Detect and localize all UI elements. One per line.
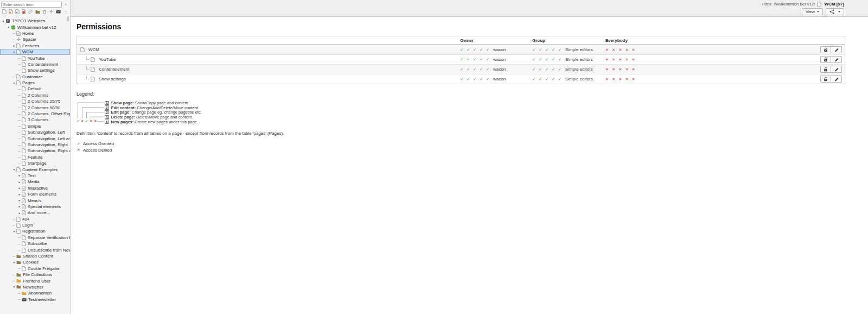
chevron-right-icon[interactable]: ▸ [17, 180, 22, 184]
view-button[interactable]: View [802, 8, 823, 15]
tree-item-text[interactable]: ▸Text [0, 173, 70, 179]
tree-item-testnewsletter[interactable]: Testnewsletter [0, 297, 70, 303]
recycler-toolbar-button[interactable] [22, 9, 26, 14]
collapse-tree-icon[interactable]: ‹ [63, 2, 69, 8]
table-header-row: Owner Group Everybody [77, 36, 845, 45]
toggle-edit-lock-button[interactable] [820, 76, 831, 83]
tree-item-label: Frontend User [23, 279, 50, 284]
tree-item-label: Registration [22, 229, 46, 234]
page-content-icon [22, 173, 26, 178]
view-button-label: View [806, 9, 815, 14]
chevron-down-icon[interactable]: ▾ [7, 26, 11, 29]
tree-item-subnavigation-left-and-2-colu[interactable]: Subnavigation, Left and 2 Colu [0, 135, 70, 141]
tree-item-2-columns-50-50[interactable]: 2 Columns 50/50 [0, 104, 70, 110]
trash-toolbar-button[interactable] [42, 9, 47, 14]
tree-item-wcm[interactable]: ▾WCM [0, 49, 70, 55]
tree-item-pages[interactable]: ▾Pages [0, 80, 70, 86]
edit-permissions-button[interactable] [831, 66, 842, 73]
toggle-edit-lock-button[interactable] [820, 66, 831, 73]
link-toolbar-button[interactable] [28, 9, 33, 14]
search-input[interactable] [1, 2, 62, 8]
tree-item-2-columns-offset-right[interactable]: 2 Columns, Offset Right [0, 111, 70, 117]
more-vertical-icon[interactable]: ⋮ [63, 10, 68, 14]
tree-item-home[interactable]: Home [0, 30, 70, 36]
tree-item-special-elements[interactable]: ▸Special elements [0, 204, 70, 210]
folder-icon [16, 254, 21, 259]
page-user-toolbar-button[interactable] [9, 9, 13, 14]
tree-item-file-collections[interactable]: File Collections [0, 272, 70, 278]
tree-item-abonnenten[interactable]: Abonnenten [0, 290, 70, 296]
folder-toolbar-button[interactable] [35, 10, 40, 14]
chevron-right-icon[interactable]: ▸ [17, 205, 22, 208]
tree-item-customize[interactable]: Customize [0, 74, 70, 80]
tree-item-subnavigation-right[interactable]: Subnavigation, Right [0, 142, 70, 148]
tree-item-default[interactable]: Default [0, 86, 70, 92]
tree-item-404[interactable]: 404 [0, 216, 70, 222]
chevron-right-icon[interactable]: ▸ [17, 211, 22, 215]
edit-permissions-button[interactable] [831, 46, 842, 53]
chevron-down-icon[interactable]: ▾ [12, 285, 16, 288]
chevron-right-icon[interactable]: ▸ [17, 174, 22, 177]
tree-item-shared-content[interactable]: Shared Content [0, 253, 70, 259]
owner-permissions: ✓ ✓ ✓ ✓ ✓ [460, 77, 490, 81]
chevron-down-icon[interactable]: ▾ [12, 230, 16, 233]
tree-item-label: Newsletter [23, 285, 43, 290]
tree-item-and-more[interactable]: ▸And more... [0, 210, 70, 216]
tree-item-3-columns[interactable]: 3 Columns [0, 117, 70, 123]
tree-item-spacer[interactable]: Spacer [0, 36, 70, 42]
tree-item-menu-s[interactable]: ▸Menu's [0, 197, 70, 203]
chevron-down-icon[interactable]: ▾ [1, 20, 5, 23]
chevron-right-icon[interactable]: ▸ [17, 193, 22, 196]
tree-item-newsletter[interactable]: ▾Newsletter [0, 284, 70, 290]
tree-item-cookies[interactable]: ▾Cookies [0, 259, 70, 265]
chevron-right-icon[interactable]: ▸ [17, 199, 22, 202]
tree-item-interactive[interactable]: ▸Interactive [0, 185, 70, 191]
tree-item-registration[interactable]: ▾Registration [0, 228, 70, 234]
tree-item-startpage[interactable]: Startpage [0, 160, 70, 166]
chevron-down-icon[interactable]: ▾ [12, 51, 16, 54]
tree-item-frontend-user[interactable]: Frontend User [0, 278, 70, 284]
divider-toolbar-button[interactable] [49, 9, 54, 14]
group-name: Simple editors [565, 67, 593, 72]
toggle-edit-lock-button[interactable] [820, 46, 831, 53]
chevron-right-icon[interactable]: ▸ [17, 186, 22, 190]
tree-item-feature[interactable]: Feature [0, 154, 70, 160]
tree-item-media[interactable]: ▸Media [0, 179, 70, 185]
tree-item-subnavigation-left[interactable]: Subnavigation, Left [0, 129, 70, 135]
mail-toolbar-button[interactable] [56, 10, 61, 14]
tree-item-youtube[interactable]: YouTube [0, 55, 70, 61]
page-icon [80, 47, 85, 52]
tree-item-contentelement[interactable]: Contentelement [0, 61, 70, 67]
chevron-down-icon[interactable]: ▾ [12, 261, 16, 264]
edit-permissions-button[interactable] [831, 56, 842, 63]
tree-item-2-columns[interactable]: 2 Columns [0, 92, 70, 98]
tree-item-subnavigation-right-and-2-co[interactable]: Subnavigation, Right and 2 Co [0, 148, 70, 154]
tree-scrollbar[interactable] [67, 16, 69, 21]
tree-item-show-settings[interactable]: Show settings [0, 67, 70, 73]
tree-item-form-elements[interactable]: ▸Form elements [0, 191, 70, 197]
tree-item-login[interactable]: Login [0, 222, 70, 228]
toggle-edit-lock-button[interactable] [820, 56, 831, 63]
tree-item-features[interactable]: ▸Features [0, 43, 70, 49]
page-module-toolbar-button[interactable] [15, 9, 20, 14]
tree-item-unsubscribe-from-newsletter[interactable]: Unsubscribe from Newsletter [0, 247, 70, 253]
tree-item-simple[interactable]: Simple [0, 123, 70, 129]
tree-item-label: Content Examples [22, 167, 58, 172]
tree-item-willkommen-bei-v12[interactable]: ▾Willkommen bei v12 [0, 24, 70, 30]
tree-item-subscribe[interactable]: Subscribe [0, 241, 70, 247]
tree-item-2-columns-25-75[interactable]: 2 Columns 25/75 [0, 98, 70, 104]
chevron-down-icon[interactable]: ▾ [12, 81, 16, 85]
tree-item-content-examples[interactable]: ▾Content Examples [0, 166, 70, 172]
chevron-down-icon[interactable]: ▾ [12, 168, 16, 171]
tree-item-typo3-websites[interactable]: ▾TYPO3 Websites [0, 18, 70, 24]
edit-permissions-button[interactable] [831, 76, 842, 83]
table-row: WCM ✓ ✓ ✓ ✓ ✓ wacon ✓ ✓ ✓ ✓ ✓ Simple edi… [77, 45, 845, 54]
tree-item-cookie-freigabe[interactable]: Cookie Freigabe [0, 266, 70, 272]
table-row: Contentelement ✓ ✓ ✓ ✓ ✓ wacon ✓ ✓ ✓ ✓ ✓… [77, 64, 845, 74]
chevron-right-icon[interactable]: ▸ [12, 44, 16, 47]
new-page-toolbar-button[interactable] [2, 9, 7, 14]
path-label: Path: [762, 2, 773, 7]
share-button[interactable] [826, 8, 844, 15]
legend-item-name: Show page: [111, 101, 134, 105]
tree-item-separate-verification-page[interactable]: Separate Verification Page [0, 235, 70, 241]
